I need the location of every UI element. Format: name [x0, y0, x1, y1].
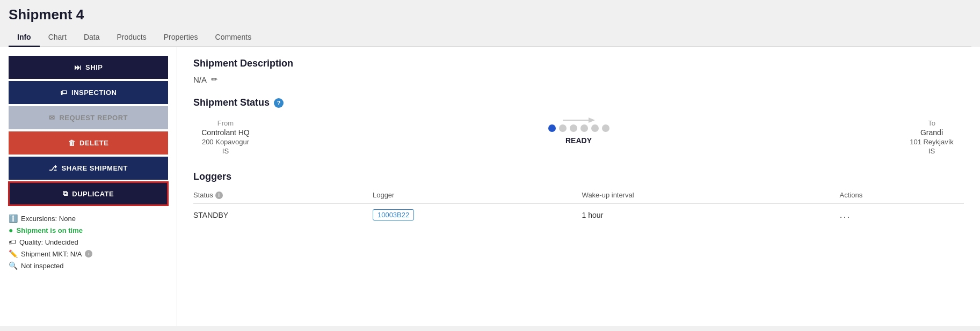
dot-5	[591, 124, 599, 132]
ready-label: READY	[565, 136, 592, 145]
inspection-label: INSPECTION	[71, 89, 117, 97]
right-panel: Shipment Description N/A ✏ Shipment Stat…	[177, 47, 980, 326]
mkt-item: ✏️ Shipment MKT: N/A i	[9, 249, 168, 258]
status-diagram: From Controlant HQ 200 Kopavogur IS	[193, 119, 964, 155]
tab-chart[interactable]: Chart	[40, 28, 75, 47]
loggers-title: Loggers	[193, 171, 964, 182]
tab-comments[interactable]: Comments	[207, 28, 260, 47]
share-label: SHARE SHIPMENT	[62, 164, 128, 172]
from-label: From	[217, 119, 234, 127]
from-detail1: 200 Kopavogur	[202, 138, 249, 146]
to-detail2: IS	[928, 147, 935, 155]
status-col-label: Status	[193, 191, 213, 199]
progress-arrow	[563, 115, 595, 126]
dot-2	[559, 124, 567, 132]
dot-4	[580, 124, 588, 132]
duplicate-label: DUPLICATE	[72, 190, 114, 198]
sidebar: ⏭ SHIP 🏷 INSPECTION ✉ REQUEST REPORT 🗑 D…	[0, 47, 177, 326]
report-icon: ✉	[49, 114, 55, 122]
quality-item: 🏷 Quality: Undecided	[9, 238, 168, 246]
svg-marker-1	[589, 117, 595, 123]
to-block: To Grandi 101 Reykjavík IS	[899, 119, 964, 155]
tabs-bar: Info Chart Data Products Properties Comm…	[9, 28, 971, 47]
inspection-button[interactable]: 🏷 INSPECTION	[9, 81, 168, 104]
col-logger: Logger	[373, 189, 582, 204]
report-label: REQUEST REPORT	[59, 114, 128, 122]
from-detail2: IS	[222, 147, 229, 155]
mkt-help-icon[interactable]: i	[85, 250, 92, 258]
row-logger: 10003B22	[373, 204, 582, 224]
col-status: Status i	[193, 189, 373, 204]
status-col-header: Status i	[193, 191, 223, 199]
inspected-item: 🔍 Not inspected	[9, 261, 168, 270]
status-col-info-icon[interactable]: i	[215, 192, 223, 199]
to-label: To	[928, 119, 935, 127]
delete-label: DELETE	[79, 139, 108, 147]
tab-properties[interactable]: Properties	[155, 28, 207, 47]
duplicate-button[interactable]: ⧉ DUPLICATE	[9, 182, 168, 205]
delete-button[interactable]: 🗑 DELETE	[9, 131, 168, 155]
edit-description-icon[interactable]: ✏	[211, 75, 218, 84]
dots-row	[547, 124, 611, 132]
progress-area: READY	[258, 124, 899, 145]
tab-data[interactable]: Data	[75, 28, 108, 47]
share-icon: ⎇	[49, 164, 57, 172]
duplicate-icon: ⧉	[63, 189, 68, 198]
row-status: STANDBY	[193, 204, 373, 224]
from-name: Controlant HQ	[201, 128, 249, 137]
status-title-row: Shipment Status ?	[193, 97, 964, 108]
row-actions: ...	[840, 204, 964, 224]
on-time-item: ● Shipment is on time	[9, 226, 168, 234]
inspected-label: Not inspected	[21, 262, 64, 270]
loggers-section: Loggers Status i Logger Wake-up interval…	[193, 171, 964, 224]
col-actions: Actions	[840, 189, 964, 204]
mkt-icon: ✏️	[9, 249, 18, 258]
inspected-icon: 🔍	[9, 261, 18, 270]
to-detail1: 101 Reykjavík	[910, 138, 954, 146]
col-wakeup: Wake-up interval	[582, 189, 840, 204]
to-name: Grandi	[920, 128, 943, 137]
sidebar-info-panel: ℹ️ Excursions: None ● Shipment is on tim…	[9, 214, 168, 270]
request-report-button[interactable]: ✉ REQUEST REPORT	[9, 106, 168, 129]
shipment-status-section: Shipment Status ? From Controlant HQ 200…	[193, 97, 964, 155]
ship-button[interactable]: ⏭ SHIP	[9, 56, 168, 79]
excursions-label: Excursions: None	[21, 215, 76, 223]
ship-label: SHIP	[85, 63, 103, 71]
main-content: ⏭ SHIP 🏷 INSPECTION ✉ REQUEST REPORT 🗑 D…	[0, 47, 980, 326]
share-shipment-button[interactable]: ⎇ SHARE SHIPMENT	[9, 157, 168, 180]
excursions-icon: ℹ️	[9, 214, 18, 223]
from-block: From Controlant HQ 200 Kopavogur IS	[193, 119, 258, 155]
quality-icon: 🏷	[9, 238, 16, 246]
tab-products[interactable]: Products	[108, 28, 155, 47]
loggers-table: Status i Logger Wake-up interval Actions…	[193, 189, 964, 224]
description-value: N/A	[193, 75, 207, 84]
page-title: Shipment 4	[9, 6, 971, 23]
description-value-row: N/A ✏	[193, 75, 964, 84]
shipment-status-title: Shipment Status	[193, 97, 270, 108]
dot-1	[548, 124, 556, 132]
status-help-icon[interactable]: ?	[274, 98, 284, 108]
on-time-icon: ●	[9, 226, 13, 234]
dot-6	[602, 124, 609, 132]
shipment-description-section: Shipment Description N/A ✏	[193, 58, 964, 84]
row-wakeup: 1 hour	[582, 204, 840, 224]
logger-badge[interactable]: 10003B22	[373, 209, 414, 220]
actions-menu-button[interactable]: ...	[840, 209, 851, 220]
table-row: STANDBY 10003B22 1 hour ...	[193, 204, 964, 224]
quality-label: Quality: Undecided	[19, 238, 78, 246]
inspection-icon: 🏷	[60, 89, 68, 97]
tab-info[interactable]: Info	[9, 28, 40, 47]
on-time-label: Shipment is on time	[16, 226, 83, 234]
dot-3	[570, 124, 577, 132]
mkt-label: Shipment MKT: N/A	[21, 250, 82, 258]
delete-icon: 🗑	[68, 139, 76, 147]
shipment-description-title: Shipment Description	[193, 58, 964, 69]
excursions-item: ℹ️ Excursions: None	[9, 214, 168, 223]
ship-icon: ⏭	[74, 63, 82, 71]
page-header: Shipment 4 Info Chart Data Products Prop…	[0, 0, 980, 47]
